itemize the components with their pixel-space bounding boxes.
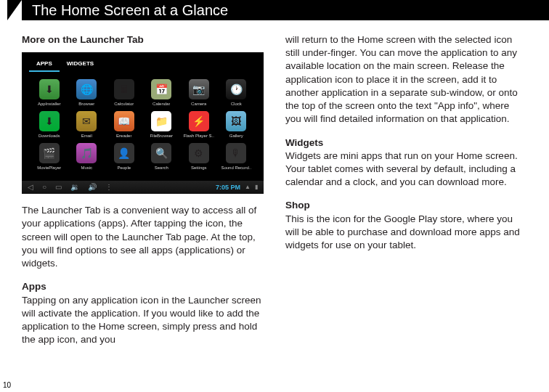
app-item[interactable]: 📷Camera: [182, 79, 216, 107]
app-label: Browser: [78, 101, 94, 107]
app-icon: ⬇: [39, 79, 60, 99]
status-area: 7:05 PM ▲ ▮: [216, 183, 258, 192]
app-label: Camera: [191, 101, 206, 107]
app-grid: ⬇AppInstaller🌐Browser🖩Calculator📅Calenda…: [29, 75, 256, 175]
launcher-heading: More on the Launcher Tab: [22, 33, 264, 46]
app-icon: ⬇: [39, 111, 60, 131]
app-icon: 📅: [151, 79, 171, 99]
app-item[interactable]: 🎙Sound Record..: [219, 143, 254, 171]
app-icon: 🔍: [151, 143, 171, 163]
app-item[interactable]: 📖Ereader: [107, 111, 142, 139]
app-label: Music: [81, 165, 92, 171]
apps-text: Tapping on any application icon in the L…: [22, 294, 264, 347]
app-label: Search: [155, 165, 168, 171]
app-label: Sound Record..: [221, 165, 251, 171]
widgets-text: Widgets are mini apps that run on your H…: [285, 150, 527, 189]
volume-down-icon[interactable]: 🔉: [70, 182, 79, 192]
app-icon: 🖼: [226, 111, 246, 131]
app-icon: ⚡: [189, 111, 209, 131]
app-icon: 🎙: [226, 143, 246, 163]
wifi-icon: ▲: [245, 184, 251, 192]
nav-buttons: ◁ ○ ▭ 🔉 🔊 ⋮: [28, 182, 113, 192]
app-label: AppInstaller: [38, 101, 61, 107]
back-icon[interactable]: ◁: [28, 182, 33, 192]
app-label: People: [117, 165, 131, 171]
left-column: More on the Launcher Tab APPS WIDGETS ⬇A…: [22, 33, 264, 356]
app-label: Calendar: [152, 101, 170, 107]
app-item[interactable]: ⚡Flash Player S..: [182, 111, 216, 139]
shop-text: This is the icon for the Google Play sto…: [285, 213, 527, 253]
app-item[interactable]: ⬇AppInstaller: [32, 79, 67, 107]
battery-icon: ▮: [255, 184, 258, 192]
widgets-heading: Widgets: [285, 136, 527, 150]
app-item[interactable]: 🖩Calculator: [107, 79, 142, 107]
volume-up-icon[interactable]: 🔊: [88, 182, 97, 192]
app-icon: 📁: [151, 111, 171, 131]
menu-icon[interactable]: ⋮: [105, 182, 113, 192]
app-icon: 📖: [114, 111, 134, 131]
app-label: Calculator: [114, 101, 134, 107]
shop-heading: Shop: [285, 199, 527, 212]
app-label: MoviePlayer: [37, 165, 61, 171]
app-icon: 🎬: [39, 143, 60, 163]
app-item[interactable]: ✉Email: [70, 111, 105, 139]
apps-heading: Apps: [22, 280, 264, 293]
app-label: Settings: [191, 165, 207, 171]
launcher-intro-text: The Launcher Tab is a convenient way to …: [22, 204, 264, 270]
app-item[interactable]: 🎬MoviePlayer: [32, 143, 67, 171]
app-item[interactable]: ⚙Settings: [182, 143, 216, 171]
app-icon: ✉: [76, 111, 97, 131]
app-item[interactable]: 📁FileBrowser: [145, 111, 179, 139]
clock: 7:05 PM: [216, 183, 240, 192]
app-label: Ereader: [116, 133, 131, 139]
tab-widgets[interactable]: WIDGETS: [60, 58, 101, 72]
app-item[interactable]: 🎵Music: [70, 143, 105, 171]
title-bar: The Home Screen at a Glance: [22, 0, 549, 20]
app-item[interactable]: 🕐Clock: [219, 79, 254, 107]
page-title: The Home Screen at a Glance: [22, 0, 549, 20]
launcher-tabs: APPS WIDGETS: [29, 58, 256, 72]
app-item[interactable]: 🔍Search: [145, 143, 179, 171]
app-label: Downloads: [38, 133, 60, 139]
right-column: will return to the Home screen with the …: [285, 33, 527, 356]
app-icon: 🕐: [226, 79, 246, 99]
app-icon: 🎵: [76, 143, 97, 163]
app-icon: ⚙: [189, 143, 209, 163]
tab-apps[interactable]: APPS: [29, 58, 60, 72]
app-label: Flash Player S..: [184, 133, 214, 139]
app-item[interactable]: 🖼Gallery: [219, 111, 254, 139]
app-icon: 👤: [114, 143, 134, 163]
recent-icon[interactable]: ▭: [55, 182, 62, 192]
app-label: FileBrowser: [150, 133, 173, 139]
app-label: Clock: [231, 101, 242, 107]
app-item[interactable]: 📅Calendar: [145, 79, 179, 107]
app-icon: 📷: [189, 79, 209, 99]
page-number: 10: [3, 381, 11, 389]
content-area: More on the Launcher Tab APPS WIDGETS ⬇A…: [0, 20, 549, 356]
android-nav-bar: ◁ ○ ▭ 🔉 🔊 ⋮ 7:05 PM ▲ ▮: [22, 181, 264, 194]
tablet-screenshot: APPS WIDGETS ⬇AppInstaller🌐Browser🖩Calcu…: [22, 52, 264, 194]
app-item[interactable]: 👤People: [107, 143, 142, 171]
app-item[interactable]: ⬇Downloads: [32, 111, 67, 139]
app-item[interactable]: 🌐Browser: [70, 79, 105, 107]
app-label: Email: [81, 133, 92, 139]
apps-text-continued: will return to the Home screen with the …: [285, 33, 527, 126]
app-icon: 🌐: [76, 79, 97, 99]
home-icon[interactable]: ○: [42, 182, 46, 192]
app-label: Gallery: [229, 133, 243, 139]
app-icon: 🖩: [114, 79, 134, 99]
